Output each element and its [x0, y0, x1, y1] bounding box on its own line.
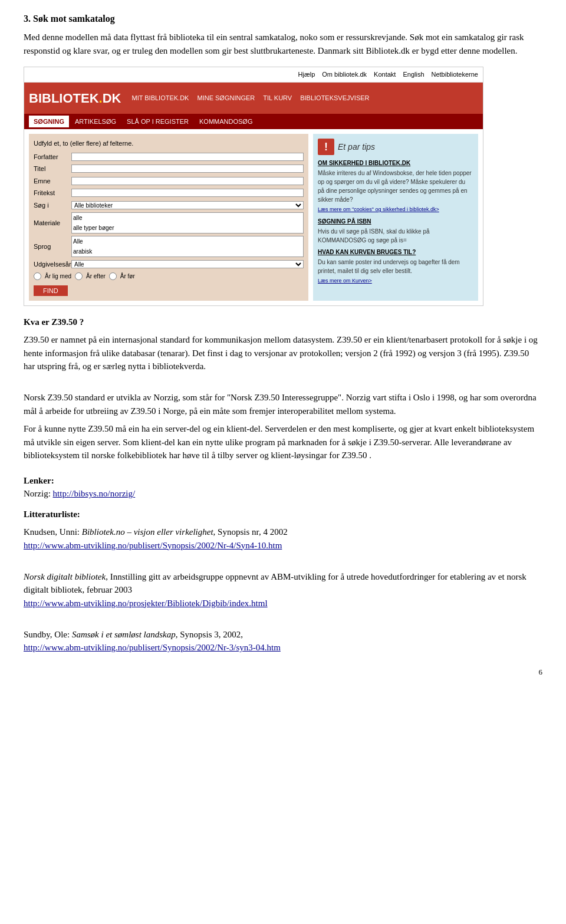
titel-input[interactable] [71, 165, 304, 173]
tips-section-2-text: Hvis du vil søge på ISBN, skal du klikke… [318, 227, 473, 245]
bib-tab-sogning[interactable]: SØGNING [29, 116, 69, 128]
kva-heading: Kva er Z39.50 ? [24, 315, 542, 329]
litt-item-3: Sundby, Ole: Samsøk i et sømløst landska… [24, 628, 542, 655]
bib-tab-artikelsog[interactable]: ARTIKELSØG [70, 116, 121, 128]
kva-paragraph: Z39.50 er namnet på ein internasjonal st… [24, 333, 542, 373]
bib-tips-panel: ! Et par tips OM SIKKERHED I BIBLIOTEK.D… [313, 134, 478, 301]
lenker-norzig-label: Norzig: [24, 489, 53, 498]
intro-paragraph: Med denne modellen må data flyttast frå … [24, 31, 542, 57]
bib-field-forfatter: Forfatter [34, 152, 304, 162]
bib-top-nav: Hjælp Om bibliotek.dk Kontakt English Ne… [24, 67, 483, 83]
page-number: 6 [24, 666, 542, 678]
bib-search-panel: Udfyld et, to (eller flere) af felterne.… [29, 134, 308, 301]
lenker-norzig-url[interactable]: http://bibsys.no/norzig/ [53, 489, 136, 498]
litt-link-2[interactable]: http://www.abm-utvikling.no/prosjekter/B… [24, 599, 268, 608]
bib-main-nav: MIT BIBLIOTEK.DK MINE SØGNINGER TIL KURV… [128, 92, 373, 104]
norsk-paragraph-1: Norsk Z39.50 standard er utvikla av Norz… [24, 391, 542, 417]
tips-section-3-link[interactable]: Læs mere om Kurven> [318, 277, 473, 285]
fritekst-input[interactable] [71, 189, 304, 197]
materiale-listbox[interactable]: alle alle typer bøger billedbøger [71, 212, 304, 234]
bib-nav-om[interactable]: Om bibliotek.dk [322, 70, 367, 80]
exclamation-icon: ! [318, 139, 334, 155]
bib-nav-help[interactable]: Hjælp [298, 70, 315, 80]
bib-field-udgivelsesar: Udgivelsesår Alle [34, 259, 304, 269]
find-button[interactable]: FIND [34, 285, 68, 296]
bib-main-nav-kurv[interactable]: TIL KURV [259, 92, 295, 104]
bibliotek-screenshot: Hjælp Om bibliotek.dk Kontakt English Ne… [24, 67, 483, 306]
sog-i-select[interactable]: Alle biblioteker [71, 201, 304, 209]
bib-sub-nav: SØGNING ARTIKELSØG SLÅ OP I REGISTER KOM… [24, 114, 483, 130]
litt-link-1[interactable]: http://www.abm-utvikling.no/publisert/Sy… [24, 541, 282, 550]
bib-main-nav-mine[interactable]: MINE SØGNINGER [193, 92, 258, 104]
bib-tips-title: Et par tips [338, 141, 375, 153]
bib-body: Udfyld et, to (eller flere) af felterne.… [24, 129, 483, 305]
radio-lig-med[interactable] [34, 272, 41, 280]
bib-field-titel: Titel [34, 164, 304, 174]
tips-section-3-text: Du kan samle poster ind undervejs og bag… [318, 258, 473, 275]
litt-item-1: Knudsen, Unni: Bibliotek.no – visjon ell… [24, 525, 542, 552]
bib-tips-header: ! Et par tips [318, 139, 473, 155]
tips-section-3-title: HVAD KAN KURVEN BRUGES TIL? [318, 248, 473, 257]
litt-link-3[interactable]: http://www.abm-utvikling.no/publisert/Sy… [24, 643, 281, 652]
bib-field-materiale: Materiale alle alle typer bøger billedbø… [34, 212, 304, 234]
bib-header: BIBLIOTEK.DK MIT BIBLIOTEK.DK MINE SØGNI… [24, 83, 483, 114]
bib-nav-english[interactable]: English [403, 70, 424, 80]
tips-section-1-link[interactable]: Læs mere om "cookies" og sikkerhed i bib… [318, 206, 473, 214]
bib-tab-kommandosog[interactable]: KOMMANDOSØG [195, 116, 257, 128]
radio-efter[interactable] [75, 272, 83, 280]
tips-section-2-title: SØGNING PÅ ISBN [318, 217, 473, 226]
bib-field-emne: Emne [34, 176, 304, 186]
radio-for[interactable] [109, 272, 117, 280]
litt-section: Litteraturliste: Knudsen, Unni: Bibliote… [24, 508, 542, 655]
bib-field-sog-i: Søg i Alle biblioteker [34, 200, 304, 211]
bib-radio-group: År lig med År efter År før [34, 272, 304, 281]
lenker-heading: Lenker: [24, 476, 54, 485]
litt-item-2: Norsk digitalt bibliotek, Innstilling gi… [24, 570, 542, 610]
bib-field-fritekst: Fritekst [34, 188, 304, 198]
litt-heading: Litteraturliste: [24, 509, 80, 519]
bib-search-title: Udfyld et, to (eller flere) af felterne. [34, 139, 304, 149]
section-heading: 3. Søk mot samkatalog [24, 12, 542, 26]
bib-field-sprog: Sprog Alle arabisk bosnisk [34, 236, 304, 257]
bib-logo: BIBLIOTEK.DK [29, 86, 121, 110]
sprog-listbox[interactable]: Alle arabisk bosnisk [71, 236, 304, 257]
forfatter-input[interactable] [71, 153, 304, 161]
emne-input[interactable] [71, 177, 304, 185]
bib-main-nav-vejviser[interactable]: BIBLIOTEKSVEJVISER [297, 92, 373, 104]
bib-tab-sla-op[interactable]: SLÅ OP I REGISTER [122, 116, 193, 128]
tips-section-1-text: Måske irriteres du af Windowsbokse, der … [318, 169, 473, 204]
bib-nav-kontakt[interactable]: Kontakt [374, 70, 396, 80]
norsk-paragraph-2: For å kunne nytte Z39.50 må ein ha ein s… [24, 422, 542, 462]
udgivelsesar-select[interactable]: Alle [71, 260, 304, 268]
bib-nav-netbib[interactable]: Netbibliotekerne [432, 70, 479, 80]
bib-main-nav-mit[interactable]: MIT BIBLIOTEK.DK [128, 92, 192, 104]
tips-section-1-title: OM SIKKERHED I BIBLIOTEK.DK [318, 159, 473, 167]
lenker-section: Lenker: Norzig: http://bibsys.no/norzig/ [24, 474, 542, 501]
